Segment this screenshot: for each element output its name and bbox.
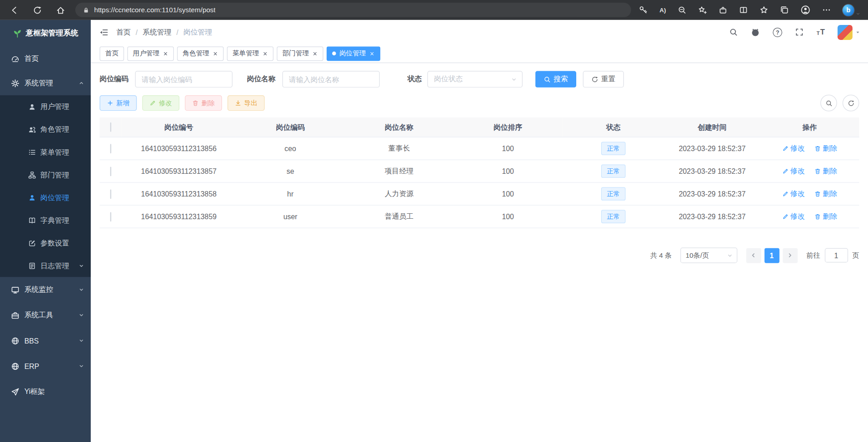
app: 意框架管理系统 首页 系统管理 用户管理 角色管理 [0,20,868,442]
row-checkbox[interactable] [110,212,111,221]
row-checkbox[interactable] [110,167,111,176]
trash-icon [814,145,821,152]
chevron-down-icon [78,263,84,268]
tab-home[interactable]: 首页 [100,46,124,61]
sidebar-item-yi-framework[interactable]: Yi框架 [0,379,91,404]
post-name-input[interactable] [282,71,380,88]
reset-button[interactable]: 重置 [583,71,624,88]
refresh-table-button[interactable] [843,95,859,112]
github-button[interactable] [751,27,760,37]
sidebar-item-dictionary[interactable]: 字典管理 [0,209,91,231]
row-checkbox[interactable] [110,144,111,153]
cell-post-sort: 100 [453,205,562,228]
key-icon [639,5,648,15]
font-size-button[interactable]: T T [817,29,825,36]
page-number-button[interactable]: 1 [764,248,779,263]
collections-button[interactable] [780,5,789,15]
address-bar[interactable]: https://ccnetcore.com:1101/system/post [75,3,631,17]
pencil-icon [782,168,789,175]
table-row: 1641030593112313858 hr 人力资源 100 正常 2023-… [100,182,859,205]
help-button[interactable]: ? [773,27,782,37]
column-post-sort: 岗位排序 [453,118,562,137]
sidebar-item-monitoring[interactable]: 系统监控 [0,277,91,302]
row-edit-link[interactable]: 修改 [782,211,805,221]
tab-close-button[interactable] [262,51,268,56]
breadcrumb-separator: / [177,28,178,36]
post-code-input[interactable] [135,71,233,88]
app-logo[interactable]: 意框架管理系统 [0,20,91,47]
next-page-button[interactable] [783,248,798,263]
status-select[interactable]: 岗位状态 [427,71,523,88]
book-icon [28,216,36,224]
breadcrumb-system[interactable]: 系统管理 [142,27,171,37]
sidebar-item-departments[interactable]: 部门管理 [0,163,91,186]
page-size-select[interactable]: 10条/页 [680,248,737,263]
tab-close-button[interactable] [212,51,218,56]
password-button[interactable] [639,5,648,15]
row-delete-link[interactable]: 删除 [814,143,837,153]
sidebar-item-users[interactable]: 用户管理 [0,95,91,118]
row-edit-link[interactable]: 修改 [782,166,805,176]
sidebar-item-bbs[interactable]: BBS [0,328,91,354]
back-button[interactable] [5,2,22,19]
home-button[interactable] [52,2,69,19]
header-search-button[interactable] [729,28,738,37]
select-all-checkbox[interactable] [110,123,111,132]
zoom-button[interactable] [677,5,687,15]
tab-department-management[interactable]: 部门管理 [277,46,323,61]
table-row: 1641030593112313859 user 普通员工 100 正常 202… [100,205,859,228]
row-delete-link[interactable]: 删除 [814,211,837,221]
cell-created: 2023-03-29 18:52:37 [664,160,760,182]
export-button[interactable]: 导出 [227,95,265,111]
tab-close-button[interactable] [163,51,168,56]
sidebar-item-posts[interactable]: 岗位管理 [0,186,91,209]
row-delete-link[interactable]: 删除 [814,189,837,199]
row-delete-link[interactable]: 删除 [814,166,837,176]
tab-post-management[interactable]: 岗位管理 [327,46,380,61]
refresh-button[interactable] [29,2,45,19]
sidebar-item-tools[interactable]: 系统工具 [0,302,91,328]
sidebar-item-roles[interactable]: 角色管理 [0,118,91,141]
browser-profile-button[interactable] [800,5,810,15]
sidebar-item-parameters[interactable]: 参数设置 [0,231,91,254]
favorites-add-button[interactable] [698,5,707,15]
tab-close-button[interactable] [312,51,318,56]
sidebar-item-system[interactable]: 系统管理 [0,71,91,95]
active-tab-dot [332,52,336,56]
sidebar-item-logs[interactable]: 日志管理 [0,254,91,277]
toggle-search-button[interactable] [820,95,837,112]
refresh-icon [591,76,598,83]
add-button[interactable]: 新增 [100,95,137,111]
sidebar-item-menus[interactable]: 菜单管理 [0,141,91,163]
sidebar-item-home[interactable]: 首页 [0,47,91,71]
extensions-button[interactable] [719,5,728,15]
close-icon [262,51,268,56]
row-checkbox[interactable] [110,189,111,199]
sidebar: 意框架管理系统 首页 系统管理 用户管理 角色管理 [0,20,91,442]
delete-button[interactable]: 删除 [185,95,222,111]
tab-menu-management[interactable]: 菜单管理 [227,46,273,61]
user-menu-button[interactable] [838,25,860,39]
tab-user-management[interactable]: 用户管理 [128,46,174,61]
chevron-down-icon [726,252,732,258]
sidebar-item-erp[interactable]: ERP [0,354,91,379]
copilot-button[interactable]: b [843,4,860,16]
search-icon [825,99,832,107]
leaf-icon [13,29,22,38]
row-edit-link[interactable]: 修改 [782,189,805,199]
tab-close-button[interactable] [369,51,375,56]
prev-page-button[interactable] [746,248,761,263]
split-screen-button[interactable] [739,5,748,15]
read-aloud-button[interactable]: A) [660,7,666,14]
row-edit-link[interactable]: 修改 [782,143,805,153]
tab-role-management[interactable]: 角色管理 [177,46,223,61]
settings-menu-button[interactable] [822,5,831,15]
edit-button[interactable]: 修改 [142,95,180,111]
breadcrumb-home[interactable]: 首页 [116,27,131,37]
read-aloud-icon: A) [660,7,666,14]
favorites-button[interactable] [760,5,769,15]
search-button[interactable]: 搜索 [535,71,576,88]
goto-page-input[interactable] [824,248,848,263]
sidebar-collapse-button[interactable] [99,27,108,37]
fullscreen-button[interactable] [795,28,804,37]
